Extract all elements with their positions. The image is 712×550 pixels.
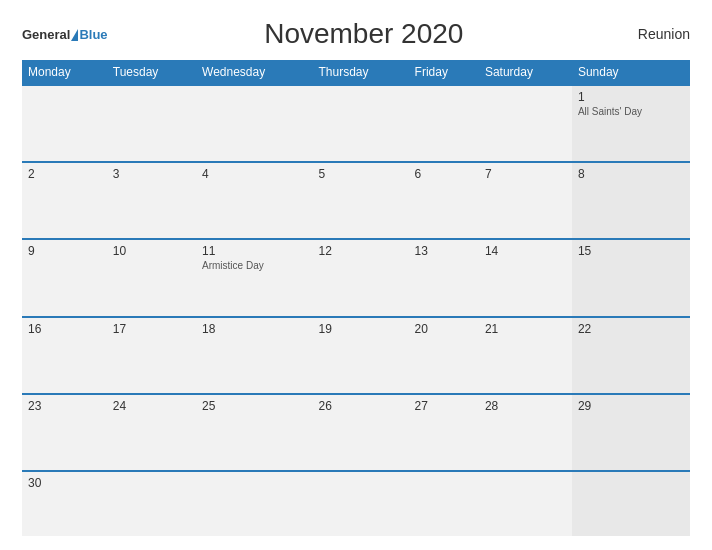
day-cell: 14: [479, 239, 572, 316]
day-cell: [409, 471, 479, 536]
day-cell: 5: [312, 162, 408, 239]
region-label: Reunion: [620, 26, 690, 42]
col-monday: Monday: [22, 60, 107, 85]
day-number: 20: [415, 322, 473, 336]
day-number: 25: [202, 399, 306, 413]
week-row-5: 23242526272829: [22, 394, 690, 471]
day-cell: [312, 471, 408, 536]
day-number: 10: [113, 244, 190, 258]
day-cell: 19: [312, 317, 408, 394]
day-number: 19: [318, 322, 402, 336]
day-number: 5: [318, 167, 402, 181]
day-cell: 23: [22, 394, 107, 471]
day-number: 18: [202, 322, 306, 336]
day-cell: 2: [22, 162, 107, 239]
day-number: 15: [578, 244, 684, 258]
day-number: 14: [485, 244, 566, 258]
day-cell: 24: [107, 394, 196, 471]
day-cell: 11Armistice Day: [196, 239, 312, 316]
col-wednesday: Wednesday: [196, 60, 312, 85]
week-row-6: 30: [22, 471, 690, 536]
day-number: 2: [28, 167, 101, 181]
day-cell: [312, 85, 408, 162]
day-cell: 15: [572, 239, 690, 316]
day-number: 27: [415, 399, 473, 413]
day-number: 22: [578, 322, 684, 336]
day-number: 4: [202, 167, 306, 181]
day-number: 21: [485, 322, 566, 336]
day-number: 1: [578, 90, 684, 104]
day-cell: [479, 85, 572, 162]
week-row-4: 16171819202122: [22, 317, 690, 394]
day-cell: 16: [22, 317, 107, 394]
col-saturday: Saturday: [479, 60, 572, 85]
logo: General Blue: [22, 28, 108, 41]
day-cell: [196, 85, 312, 162]
day-cell: 6: [409, 162, 479, 239]
day-cell: 30: [22, 471, 107, 536]
day-cell: [107, 471, 196, 536]
day-cell: 9: [22, 239, 107, 316]
day-number: 8: [578, 167, 684, 181]
header-row: Monday Tuesday Wednesday Thursday Friday…: [22, 60, 690, 85]
holiday-name: Armistice Day: [202, 260, 306, 271]
day-cell: 7: [479, 162, 572, 239]
day-number: 29: [578, 399, 684, 413]
week-row-3: 91011Armistice Day12131415: [22, 239, 690, 316]
col-tuesday: Tuesday: [107, 60, 196, 85]
day-cell: 28: [479, 394, 572, 471]
day-number: 24: [113, 399, 190, 413]
logo-blue-text: Blue: [79, 28, 107, 41]
week-row-2: 2345678: [22, 162, 690, 239]
day-cell: 10: [107, 239, 196, 316]
calendar-table: Monday Tuesday Wednesday Thursday Friday…: [22, 60, 690, 536]
day-number: 3: [113, 167, 190, 181]
day-number: 6: [415, 167, 473, 181]
day-number: 26: [318, 399, 402, 413]
day-cell: [479, 471, 572, 536]
day-cell: 12: [312, 239, 408, 316]
week-row-1: 1All Saints' Day: [22, 85, 690, 162]
day-number: 17: [113, 322, 190, 336]
col-friday: Friday: [409, 60, 479, 85]
day-cell: [107, 85, 196, 162]
day-cell: 29: [572, 394, 690, 471]
calendar-page: General Blue November 2020 Reunion Monda…: [0, 0, 712, 550]
col-sunday: Sunday: [572, 60, 690, 85]
day-cell: 20: [409, 317, 479, 394]
day-number: 13: [415, 244, 473, 258]
day-number: 9: [28, 244, 101, 258]
logo-triangle-icon: [71, 29, 78, 41]
day-cell: 18: [196, 317, 312, 394]
day-cell: 3: [107, 162, 196, 239]
col-thursday: Thursday: [312, 60, 408, 85]
day-number: 7: [485, 167, 566, 181]
holiday-name: All Saints' Day: [578, 106, 684, 117]
day-number: 30: [28, 476, 101, 490]
day-cell: 13: [409, 239, 479, 316]
day-cell: 21: [479, 317, 572, 394]
day-cell: [22, 85, 107, 162]
day-number: 11: [202, 244, 306, 258]
day-cell: 22: [572, 317, 690, 394]
day-cell: [572, 471, 690, 536]
day-number: 23: [28, 399, 101, 413]
day-cell: 27: [409, 394, 479, 471]
day-cell: 8: [572, 162, 690, 239]
day-number: 16: [28, 322, 101, 336]
day-number: 12: [318, 244, 402, 258]
day-cell: 26: [312, 394, 408, 471]
header: General Blue November 2020 Reunion: [22, 18, 690, 50]
day-cell: 1All Saints' Day: [572, 85, 690, 162]
day-number: 28: [485, 399, 566, 413]
day-cell: 17: [107, 317, 196, 394]
day-cell: [196, 471, 312, 536]
day-cell: [409, 85, 479, 162]
calendar-title: November 2020: [108, 18, 620, 50]
day-cell: 25: [196, 394, 312, 471]
day-cell: 4: [196, 162, 312, 239]
logo-general-text: General: [22, 28, 70, 41]
